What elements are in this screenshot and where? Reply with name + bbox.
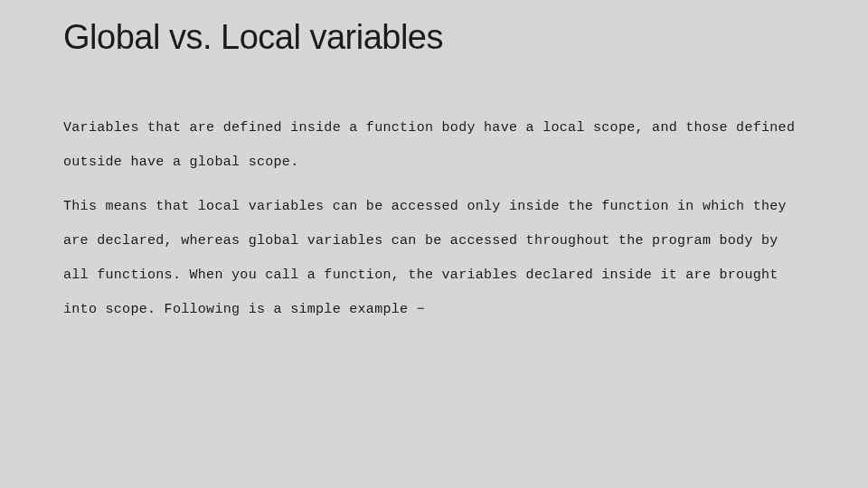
slide: Global vs. Local variables Variables tha… [0,0,868,488]
paragraph-1: Variables that are defined inside a func… [63,111,805,181]
paragraph-2: This means that local variables can be a… [63,190,805,328]
slide-title: Global vs. Local variables [63,18,805,57]
slide-body: Variables that are defined inside a func… [63,111,805,328]
